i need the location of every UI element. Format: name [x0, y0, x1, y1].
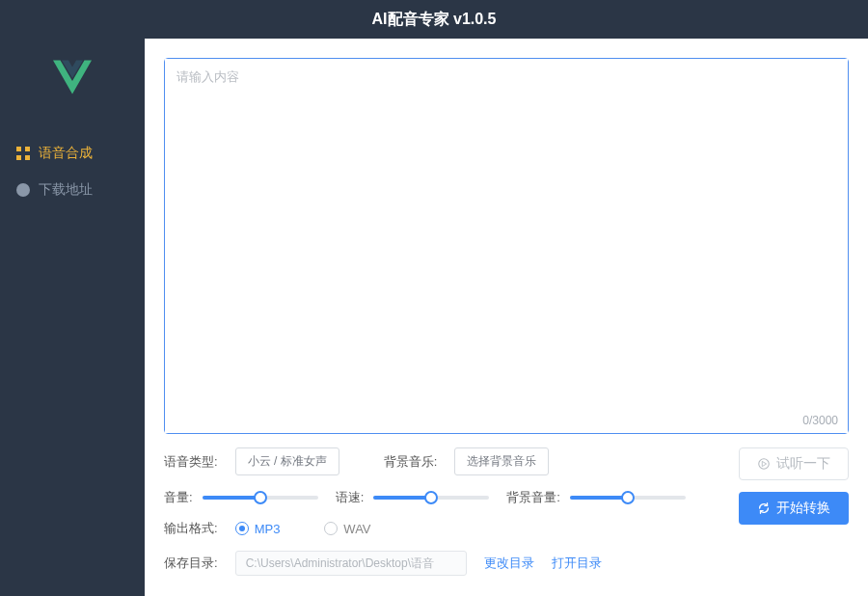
- sidebar: 语音合成 下载地址: [0, 39, 145, 596]
- svg-rect-4: [16, 155, 21, 160]
- change-dir-link[interactable]: 更改目录: [484, 555, 534, 572]
- convert-label: 开始转换: [776, 500, 830, 517]
- bgm-volume-slider[interactable]: [570, 491, 686, 504]
- voice-type-label: 语音类型:: [164, 453, 218, 471]
- convert-button[interactable]: 开始转换: [739, 492, 849, 525]
- sidebar-item-label: 下载地址: [39, 181, 93, 199]
- content-textarea[interactable]: [165, 59, 848, 433]
- svg-point-6: [16, 183, 30, 197]
- title-bar: AI配音专家 v1.0.5: [0, 0, 868, 39]
- char-counter: 0/3000: [802, 414, 838, 427]
- preview-label: 试听一下: [776, 455, 830, 473]
- svg-rect-3: [25, 147, 30, 151]
- sidebar-item-download[interactable]: 下载地址: [0, 172, 145, 208]
- svg-point-7: [759, 459, 770, 470]
- preview-button[interactable]: 试听一下: [739, 447, 849, 480]
- radio-mp3[interactable]: MP3: [235, 522, 281, 536]
- app-title: AI配音专家 v1.0.5: [372, 10, 497, 30]
- radio-label: WAV: [343, 522, 370, 536]
- svg-rect-5: [25, 155, 30, 160]
- radio-wav[interactable]: WAV: [324, 522, 370, 536]
- refresh-icon: [757, 501, 771, 515]
- text-input-wrap: 0/3000: [164, 58, 849, 434]
- output-format-label: 输出格式:: [164, 520, 218, 537]
- volume-label: 音量:: [164, 489, 193, 506]
- nav: 语音合成 下载地址: [0, 135, 145, 208]
- main-panel: 0/3000 语音类型: 小云 / 标准女声 背景音乐: 选择背景音乐 音量:: [145, 39, 868, 596]
- svg-marker-8: [762, 461, 766, 466]
- bgm-select[interactable]: 选择背景音乐: [454, 447, 549, 475]
- speed-label: 语速:: [336, 489, 365, 506]
- grid-icon: [15, 146, 31, 161]
- radio-label: MP3: [255, 522, 281, 536]
- bgm-label: 背景音乐:: [384, 453, 438, 471]
- save-dir-label: 保存目录:: [164, 555, 218, 572]
- radio-dot-icon: [324, 522, 338, 535]
- app-logo: [43, 48, 101, 106]
- sidebar-item-tts[interactable]: 语音合成: [0, 135, 145, 172]
- open-dir-link[interactable]: 打开目录: [552, 555, 602, 572]
- bgm-volume-label: 背景音量:: [506, 489, 560, 506]
- radio-dot-icon: [235, 522, 249, 535]
- save-dir-input[interactable]: [235, 551, 467, 576]
- sidebar-item-label: 语音合成: [39, 145, 93, 162]
- info-icon: [15, 182, 31, 198]
- volume-slider[interactable]: [203, 491, 318, 504]
- speed-slider[interactable]: [373, 491, 489, 504]
- voice-type-select[interactable]: 小云 / 标准女声: [235, 447, 339, 475]
- play-icon: [757, 457, 771, 471]
- svg-rect-2: [16, 147, 21, 151]
